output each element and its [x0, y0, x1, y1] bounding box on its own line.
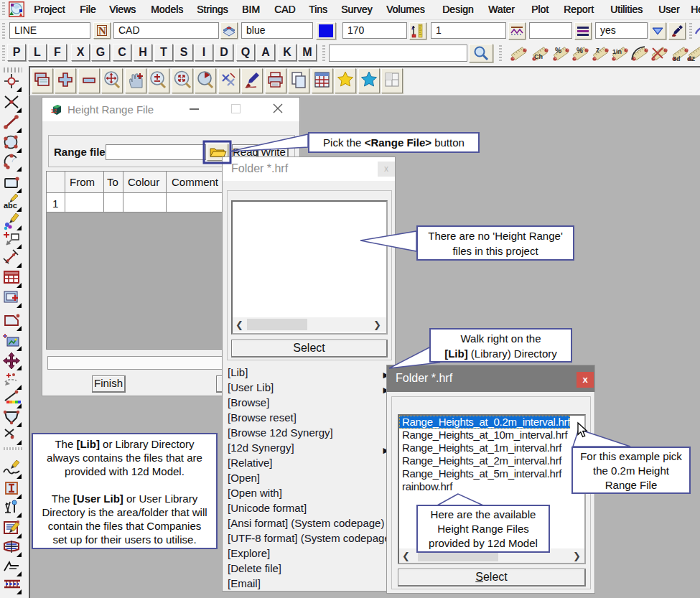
- svg-text:dZ: dZ: [687, 55, 695, 62]
- svg-text:1in: 1in: [612, 48, 622, 55]
- svg-text:N: N: [98, 25, 106, 37]
- svg-text:abc: abc: [4, 201, 17, 210]
- svg-text:12: 12: [51, 108, 57, 113]
- svg-text:z: z: [596, 46, 599, 54]
- svg-text:%: %: [555, 47, 561, 55]
- svg-text:Ch: Ch: [534, 53, 543, 60]
- svg-text:3d: 3d: [673, 55, 681, 62]
- svg-text:%: %: [577, 47, 583, 55]
- svg-text:z: z: [411, 25, 414, 30]
